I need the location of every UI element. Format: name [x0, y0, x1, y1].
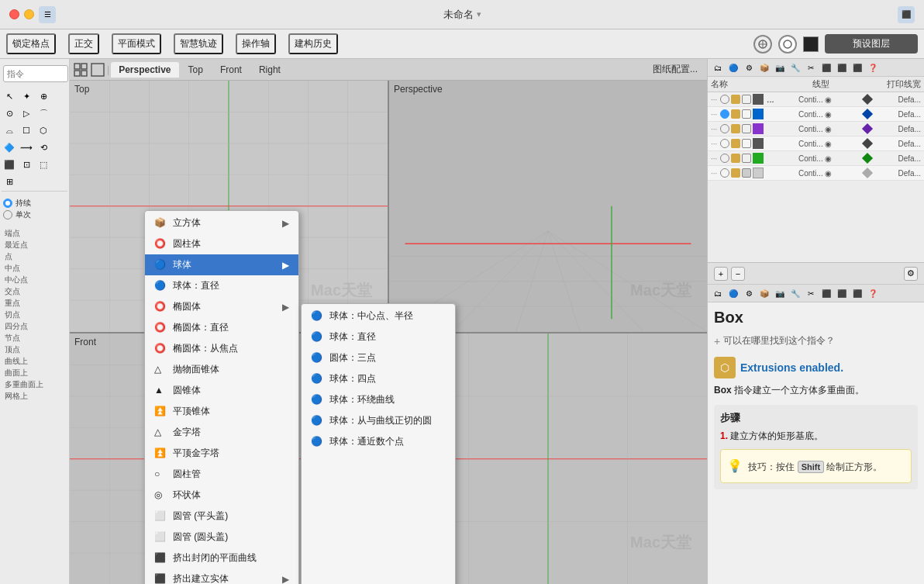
layer-color-2[interactable] — [753, 123, 764, 134]
layer-eye-4[interactable] — [720, 154, 729, 163]
layer-settings-btn[interactable]: ⚙ — [904, 267, 918, 281]
tool-btn-1[interactable]: ↖ — [2, 88, 17, 104]
help-icon-3[interactable]: ⚙ — [742, 286, 756, 300]
viewport-grid-icon[interactable] — [73, 62, 88, 78]
tool-btn-10[interactable]: 🔷 — [2, 140, 17, 155]
viewport-settings-btn[interactable]: 图纸配置... — [646, 61, 704, 78]
layer-row-0[interactable]: ··· ... Conti... ◉ Defa... — [708, 92, 924, 107]
panel-icon-sq1[interactable]: ⬛ — [819, 60, 833, 74]
tool-btn-16[interactable]: ⊞ — [2, 174, 17, 189]
layer-lock-3[interactable] — [731, 139, 740, 148]
help-icon-4[interactable]: 📦 — [757, 286, 771, 300]
tool-btn-8[interactable]: ☐ — [19, 123, 34, 138]
tool-btn-2[interactable]: ✦ — [19, 88, 34, 104]
snap-persistent[interactable]: 持续 — [3, 198, 66, 209]
layer-eye-3[interactable] — [720, 139, 729, 148]
panel-icon-objects[interactable]: 🔵 — [726, 60, 740, 74]
submenu-sphere-tangent[interactable]: 🔵 球体：从与曲线正切的圆 — [302, 410, 455, 431]
operation-axis-btn[interactable]: 操作轴 — [236, 33, 276, 54]
ctx-item-truncated-cone[interactable]: ⏫ 平顶锥体 — [145, 401, 298, 422]
record-btn[interactable] — [778, 35, 797, 54]
layer-color-5[interactable] — [753, 168, 764, 178]
panel-icon-help[interactable]: ❓ — [866, 60, 880, 74]
help-icon-1[interactable]: 🗂 — [711, 286, 725, 300]
help-icon-11[interactable]: ❓ — [866, 286, 880, 300]
ctx-item-ellipsoid[interactable]: ⭕ 椭圆体 ▶ — [145, 296, 298, 317]
panel-icon-box[interactable]: 📦 — [757, 60, 771, 74]
color-swatch[interactable] — [803, 36, 819, 52]
help-icon-7[interactable]: ✂ — [804, 286, 818, 300]
submenu-sphere-4pt[interactable]: 🔵 球体：四点 — [302, 368, 455, 389]
layer-color-4[interactable] — [753, 153, 764, 164]
help-icon-5[interactable]: 📷 — [773, 286, 787, 300]
minimize-button[interactable] — [24, 9, 34, 19]
ctx-item-cone[interactable]: ▲ 圆锥体 — [145, 380, 298, 401]
tool-btn-5[interactable]: ▷ — [19, 105, 34, 121]
layer-color-0[interactable] — [753, 94, 764, 105]
tool-btn-13[interactable]: ⬛ — [2, 157, 17, 172]
help-icon-10[interactable]: ⬛ — [850, 286, 864, 300]
layer-lock-2[interactable] — [731, 124, 740, 133]
layer-row-1[interactable]: ··· Conti... ◉ Defa... — [708, 107, 924, 122]
layer-button[interactable]: 预设图层 — [825, 34, 918, 54]
layer-row-3[interactable]: ··· Conti... ◉ Defa... — [708, 136, 924, 151]
help-icon-8[interactable]: ⬛ — [819, 286, 833, 300]
panel-icon-settings[interactable]: ⚙ — [742, 60, 756, 74]
ctx-item-extrude-curve[interactable]: ⬛ 挤出封闭的平面曲线 — [145, 548, 298, 568]
submenu-sphere-diameter[interactable]: 🔵 球体：直径 — [302, 327, 455, 347]
ctx-item-tube-round[interactable]: ⬜ 圆管 (圆头盖) — [145, 527, 298, 548]
layer-lock-5[interactable] — [731, 168, 740, 178]
plane-mode-btn[interactable]: 平面模式 — [112, 33, 161, 54]
help-icon-2[interactable]: 🔵 — [726, 286, 740, 300]
ctx-item-pipe[interactable]: ○ 圆柱管 — [145, 464, 298, 485]
tool-btn-7[interactable]: ⌓ — [2, 123, 17, 138]
tool-btn-11[interactable]: ⟿ — [19, 140, 34, 155]
ctx-item-ellipsoid-diameter[interactable]: ⭕ 椭圆体：直径 — [145, 317, 298, 338]
layer-row-4[interactable]: ··· Conti... ◉ Defa... — [708, 151, 924, 166]
help-icon-6[interactable]: 🔧 — [788, 286, 802, 300]
tool-btn-4[interactable]: ⊙ — [2, 105, 17, 121]
tool-btn-6[interactable]: ⌒ — [36, 105, 51, 121]
cmd-find-link[interactable]: + 可以在哪里找到这个指令？ — [714, 331, 918, 351]
ctx-item-box[interactable]: 📦 立方体 ▶ — [145, 213, 298, 233]
tool-btn-3[interactable]: ⊕ — [36, 88, 51, 104]
layer-mat-4[interactable] — [742, 154, 751, 163]
submenu-sphere-curve[interactable]: 🔵 球体：环绕曲线 — [302, 389, 455, 410]
snap-indicator[interactable] — [753, 35, 772, 54]
build-history-btn[interactable]: 建构历史 — [288, 33, 338, 54]
remove-layer-btn[interactable]: − — [731, 267, 745, 281]
tool-btn-12[interactable]: ⟲ — [36, 140, 51, 155]
command-input[interactable] — [3, 65, 68, 82]
layer-mat-0[interactable] — [742, 95, 751, 104]
submenu-sphere-3pt[interactable]: 🔵 圆体：三点 — [302, 347, 455, 368]
panel-icon-sq2[interactable]: ⬛ — [835, 60, 849, 74]
ctx-item-flat-pyramid[interactable]: ⏫ 平顶金字塔 — [145, 443, 298, 464]
layer-mat-1[interactable] — [742, 109, 751, 119]
ctx-item-pyramid[interactable]: △ 金字塔 — [145, 422, 298, 443]
tool-btn-9[interactable]: ⬡ — [36, 123, 51, 138]
ctx-item-paraboloid[interactable]: △ 抛物面锥体 — [145, 359, 298, 380]
tool-btn-15[interactable]: ⬚ — [36, 157, 51, 172]
layer-row-5[interactable]: ··· Conti... ◉ Defa... — [708, 166, 924, 181]
tab-perspective[interactable]: Perspective — [111, 62, 178, 78]
layer-mat-5[interactable] — [742, 168, 751, 178]
ctx-item-torus[interactable]: ◎ 环状体 — [145, 485, 298, 506]
panel-icon-camera[interactable]: 📷 — [773, 60, 787, 74]
ctx-item-extrude-solid[interactable]: ⬛ 挤出建立实体 ▶ — [145, 568, 298, 584]
panel-icon-layers[interactable]: 🗂 — [711, 60, 725, 74]
ctx-item-tube-flat[interactable]: ⬜ 圆管 (平头盖) — [145, 506, 298, 527]
layer-eye-5[interactable] — [720, 168, 729, 178]
right-sidebar-toggle[interactable]: ⬛ — [898, 6, 915, 23]
tab-front[interactable]: Front — [212, 62, 250, 78]
layer-eye-1[interactable] — [720, 109, 729, 119]
panel-icon-wrench[interactable]: 🔧 — [788, 60, 802, 74]
ctx-item-sphere-diameter[interactable]: 🔵 球体：直径 — [145, 275, 298, 296]
ctx-item-sphere[interactable]: 🔵 球体 ▶ — [145, 254, 298, 275]
submenu-sphere-fit[interactable]: 🔵 球体：通近数个点 — [302, 431, 455, 452]
layer-mat-2[interactable] — [742, 124, 751, 133]
tool-btn-14[interactable]: ⊡ — [19, 157, 34, 172]
add-layer-btn[interactable]: + — [714, 267, 728, 281]
layer-eye-0[interactable] — [720, 95, 729, 104]
layer-lock-0[interactable] — [731, 95, 740, 104]
tab-right[interactable]: Right — [251, 62, 288, 78]
